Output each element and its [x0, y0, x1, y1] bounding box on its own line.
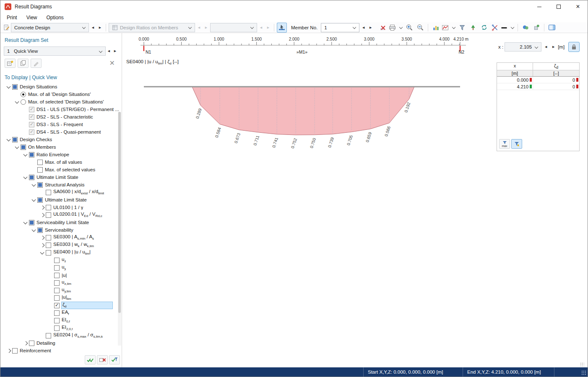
resize-grip[interactable] — [580, 362, 584, 367]
module-combo[interactable]: Concrete Design — [11, 23, 89, 32]
check-all-button[interactable] — [85, 355, 96, 364]
checkbox[interactable] — [12, 137, 18, 142]
checkbox[interactable] — [37, 182, 43, 188]
lock-x-button[interactable] — [568, 42, 580, 52]
result-diagram-button[interactable] — [431, 23, 441, 33]
checkbox[interactable] — [46, 205, 51, 210]
tree-item[interactable]: SA0600 | x/dexist / x/dlimit — [4, 188, 122, 196]
checkbox[interactable] — [54, 258, 60, 263]
set-prev-button[interactable]: ◀ — [106, 46, 112, 56]
zoom-in-button[interactable] — [404, 23, 414, 33]
tree-item[interactable]: DS1 - ULS (STR/GEO) - Permanent ... — [4, 106, 122, 113]
clipping-button[interactable] — [490, 23, 500, 33]
checkbox[interactable] — [46, 243, 51, 248]
expander-icon[interactable] — [5, 347, 12, 354]
line-style-button[interactable] — [501, 23, 515, 33]
checkbox[interactable] — [12, 348, 18, 354]
table-row[interactable]: 4.2100 — [497, 83, 579, 90]
radio-button[interactable] — [21, 99, 26, 105]
tree-item[interactable]: uy,lim — [4, 287, 122, 294]
checkbox[interactable] — [37, 227, 43, 233]
expander-icon[interactable] — [39, 249, 46, 256]
tree-item[interactable]: Ultimate Limit State — [4, 196, 122, 204]
tree-item[interactable]: Reinforcement — [4, 347, 122, 354]
zoom-out-button[interactable] — [415, 23, 425, 33]
tree-item[interactable]: uy — [4, 264, 122, 271]
checkbox[interactable] — [29, 114, 34, 120]
expander-icon[interactable] — [39, 212, 46, 218]
member-select-button[interactable] — [277, 23, 287, 33]
checkbox[interactable] — [54, 265, 60, 271]
tree-item[interactable]: ζd — [4, 302, 122, 309]
tree-item[interactable]: Ratio Envelope — [4, 151, 122, 158]
panel-toggle-button[interactable] — [547, 23, 557, 33]
tree-item[interactable]: Serviceability — [4, 226, 122, 234]
checkbox[interactable] — [29, 152, 34, 158]
checkbox[interactable] — [37, 160, 43, 165]
result-type-next-button[interactable]: ▶ — [203, 23, 209, 32]
checkbox[interactable] — [29, 107, 34, 112]
regenerate-button[interactable] — [479, 23, 489, 33]
diagram-set-combo[interactable]: 1 Quick View — [4, 46, 106, 56]
expander-icon[interactable] — [22, 219, 29, 226]
x-value-combo[interactable]: 2.105 — [505, 42, 541, 52]
maximize-button[interactable] — [549, 0, 568, 13]
extra-prev-button[interactable]: ◀ — [258, 23, 264, 32]
tree-item[interactable]: SE0303 | wk / wk,lim — [4, 241, 122, 249]
checkbox[interactable] — [29, 129, 34, 135]
tree-item[interactable]: On Members — [4, 143, 122, 151]
module-prev-button[interactable]: ◀ — [90, 23, 96, 32]
expander-icon[interactable] — [5, 136, 12, 143]
checkbox[interactable] — [54, 318, 60, 323]
window-resize-grip[interactable] — [581, 370, 586, 375]
tree-item[interactable]: uz,lim — [4, 279, 122, 287]
print-button[interactable] — [389, 23, 403, 33]
expander-icon[interactable] — [31, 196, 37, 203]
checkbox[interactable] — [46, 212, 51, 218]
tree-item[interactable]: Design Checks — [4, 136, 122, 143]
result-values-button[interactable] — [442, 23, 456, 33]
copy-set-button[interactable] — [18, 59, 29, 68]
tree-item[interactable]: DS2 - SLS - Characteristic — [4, 113, 122, 121]
checkbox[interactable] — [29, 175, 34, 180]
new-set-button[interactable] — [5, 59, 16, 68]
checkbox[interactable] — [54, 310, 60, 316]
member-prev-button[interactable]: ◀ — [360, 23, 367, 32]
tree-item[interactable]: Design Situations — [4, 83, 122, 90]
checkbox[interactable] — [21, 145, 26, 150]
tree-item[interactable]: Max. of all 'Design Situations' — [4, 90, 122, 98]
radio-button[interactable] — [21, 92, 26, 97]
result-type-combo[interactable]: Design Ratios on Members — [109, 23, 195, 32]
render-mode-button[interactable] — [520, 23, 531, 33]
expander-icon[interactable] — [22, 174, 29, 181]
checkbox[interactable] — [54, 288, 60, 293]
x-next-button[interactable]: ▶ — [550, 42, 557, 52]
filter-button[interactable] — [457, 23, 467, 33]
result-area[interactable] — [192, 87, 414, 135]
expander-icon[interactable] — [22, 340, 29, 346]
minimize-button[interactable] — [530, 0, 549, 13]
checkbox[interactable] — [29, 220, 34, 225]
expander-icon[interactable] — [31, 181, 37, 188]
show-max-values-button[interactable]: max — [499, 139, 510, 149]
checkbox[interactable] — [46, 250, 51, 256]
tree-item[interactable]: DS4 - SLS - Quasi-permanent — [4, 128, 122, 136]
tree-item[interactable]: SE0300 | As,min / As — [4, 234, 122, 241]
expander-icon[interactable] — [39, 204, 46, 211]
extra-next-button[interactable]: ▶ — [265, 23, 271, 32]
checkbox[interactable] — [54, 295, 60, 301]
show-extreme-values-button[interactable] — [511, 139, 522, 149]
uncheck-all-button[interactable] — [97, 355, 108, 364]
checkbox[interactable] — [54, 280, 60, 286]
tree-item[interactable]: Detailing — [4, 339, 122, 347]
expander-icon[interactable] — [5, 83, 12, 90]
tree-item[interactable]: Max. of all values — [4, 158, 122, 166]
tree-item[interactable]: DS3 - SLS - Frequent — [4, 121, 122, 128]
tree-item[interactable]: Max. of selected 'Design Situations' — [4, 98, 122, 106]
tree-item[interactable]: EI0,f — [4, 317, 122, 324]
scrollbar-thumb[interactable] — [118, 112, 121, 313]
menu-print[interactable]: Print — [2, 14, 22, 21]
result-type-prev-button[interactable]: ◀ — [196, 23, 202, 32]
expander-icon[interactable] — [31, 227, 37, 233]
tree-item[interactable]: Structural Analysis — [4, 181, 122, 188]
